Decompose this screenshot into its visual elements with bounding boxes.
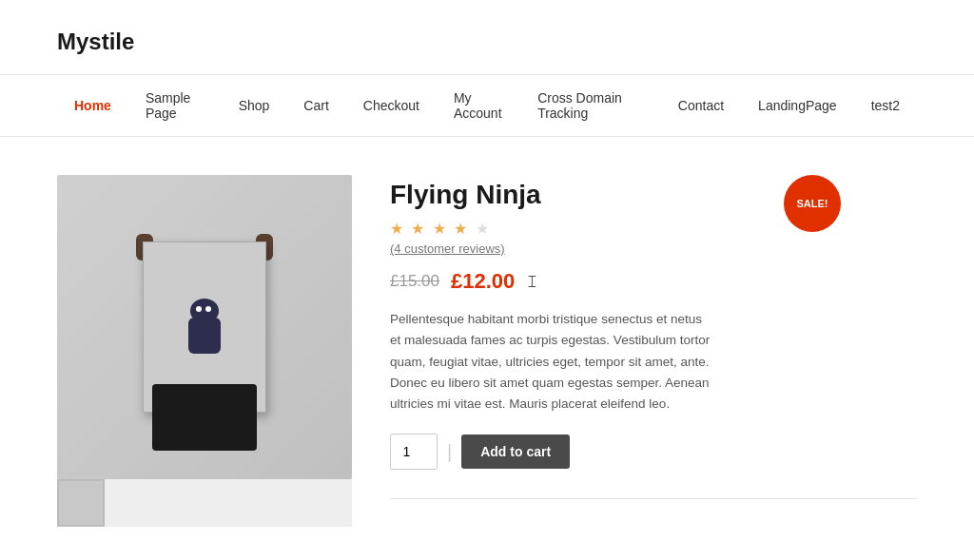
star-3: ★ [433, 221, 448, 237]
nav-item-contact: Contact [661, 83, 741, 128]
nav-item-checkout: Checkout [346, 83, 437, 128]
nav-link-test2[interactable]: test2 [854, 83, 917, 128]
nav-link-landingpage[interactable]: LandingPage [741, 83, 854, 128]
site-logo[interactable]: Mystile [57, 19, 917, 74]
review-count[interactable]: (4 customer reviews) [390, 241, 917, 256]
sale-badge: SALE! [784, 175, 841, 232]
add-to-cart-section: | Add to cart [390, 434, 917, 470]
product-description: Pellentesque habitant morbi tristique se… [390, 309, 713, 415]
price-cursor-icon: 𝙸 [526, 272, 538, 292]
star-2: ★ [411, 221, 426, 237]
product-image [57, 175, 352, 479]
product-detail-divider [390, 498, 917, 499]
add-to-cart-button[interactable]: Add to cart [461, 434, 570, 469]
nav-link-cart[interactable]: Cart [286, 83, 345, 128]
nav-item-sample: Sample Page [128, 75, 222, 136]
price-section: £15.00 £12.00 𝙸 [390, 269, 917, 294]
price-original: £15.00 [390, 272, 439, 291]
star-rating: ★ ★ ★ ★ ★ [390, 220, 917, 238]
nav-link-shop[interactable]: Shop [222, 83, 287, 128]
nav-item-test2: test2 [854, 83, 917, 128]
star-4: ★ [454, 221, 469, 237]
nav-item-cart: Cart [286, 83, 345, 128]
ninja-illustration [119, 213, 290, 441]
nav-link-crossdomain[interactable]: Cross Domain Tracking [520, 75, 661, 136]
nav-link-contact[interactable]: Contact [661, 83, 741, 128]
quantity-input[interactable] [390, 434, 438, 470]
main-nav: Home Sample Page Shop Cart Checkout My A… [0, 74, 974, 137]
nav-item-home: Home [57, 83, 128, 128]
product-image-column [57, 175, 352, 527]
nav-list: Home Sample Page Shop Cart Checkout My A… [57, 75, 917, 136]
star-5-empty: ★ [476, 221, 491, 237]
product-thumbnail-strip [57, 479, 352, 527]
nav-link-myaccount[interactable]: My Account [437, 75, 520, 136]
price-sale: £12.00 [451, 269, 515, 294]
person-torso [152, 384, 257, 451]
nav-item-landingpage: LandingPage [741, 83, 854, 128]
site-header: Mystile [0, 0, 974, 74]
nav-link-home[interactable]: Home [57, 83, 128, 128]
nav-link-checkout[interactable]: Checkout [346, 83, 437, 128]
nav-item-shop: Shop [222, 83, 287, 128]
nav-item-crossdomain: Cross Domain Tracking [520, 75, 661, 136]
nav-link-sample[interactable]: Sample Page [128, 75, 222, 136]
product-image-wrap [57, 175, 352, 479]
qty-divider: | [447, 441, 452, 463]
nav-item-myaccount: My Account [437, 75, 520, 136]
product-details: SALE! Flying Ninja ★ ★ ★ ★ ★ (4 customer… [390, 175, 917, 499]
star-1: ★ [390, 221, 405, 237]
thumbnail-1[interactable] [57, 479, 105, 527]
main-content: SALE! Flying Ninja ★ ★ ★ ★ ★ (4 customer… [0, 137, 974, 555]
product-container: SALE! Flying Ninja ★ ★ ★ ★ ★ (4 customer… [57, 175, 917, 527]
